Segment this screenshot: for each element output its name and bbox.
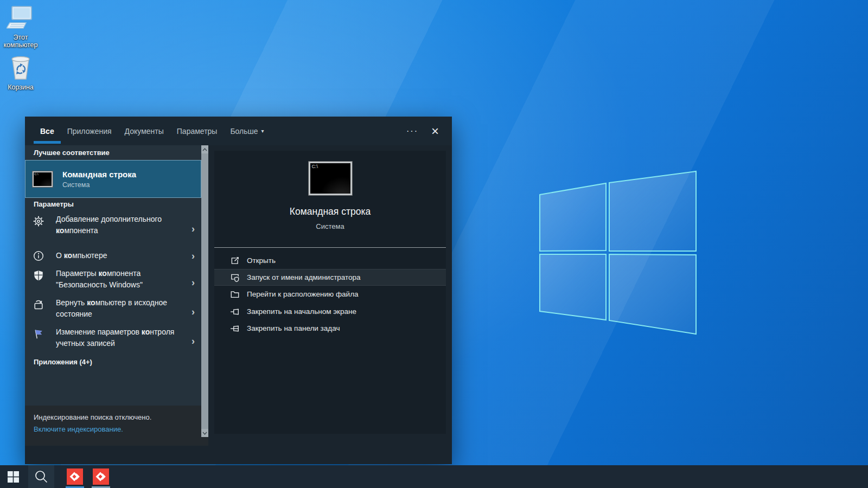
- ellipsis-icon: ···: [406, 126, 418, 136]
- enable-indexing-link[interactable]: Включите индексирование.: [34, 425, 208, 433]
- recycle-bin-icon: [9, 54, 33, 82]
- close-button[interactable]: ×: [431, 117, 439, 145]
- action-label: Закрепить на начальном экране: [247, 307, 356, 316]
- result-item-add-component[interactable]: Добавление дополнительного компонента ›: [25, 214, 201, 244]
- best-match-title: Командная строка: [62, 170, 136, 179]
- result-item-reset-pc[interactable]: Вернуть компьютер в исходное состояние ›: [25, 297, 201, 326]
- action-open[interactable]: Открыть: [214, 252, 446, 269]
- taskbar-search-button[interactable]: [28, 465, 54, 488]
- results-pane: Лучшее соответствие Командная строка Сис…: [25, 145, 208, 406]
- app-icon-red: [67, 468, 83, 485]
- chevron-right-icon: ›: [192, 277, 195, 288]
- options-menu-button[interactable]: ···: [406, 117, 418, 145]
- indexing-status-text: Индексирование поиска отключено.: [34, 413, 208, 421]
- desktop-icon-label: Этот компьютер: [1, 34, 40, 49]
- cmd-prompt-icon-large: [309, 162, 352, 195]
- result-item-label: О компьютере: [56, 250, 187, 261]
- action-label: Закрепить на панели задач: [247, 324, 340, 332]
- this-pc-icon: [7, 5, 35, 33]
- result-item-label: Добавление дополнительного компонента: [56, 214, 187, 236]
- close-icon: ×: [431, 124, 439, 139]
- indexing-footer: Индексирование поиска отключено. Включит…: [25, 406, 208, 446]
- start-button[interactable]: [0, 465, 26, 488]
- desktop-icon-recycle-bin[interactable]: Корзина: [1, 54, 40, 91]
- chevron-down-icon: ▾: [261, 128, 264, 134]
- pin-icon: [230, 307, 240, 317]
- info-icon: [33, 251, 44, 261]
- best-match-header: Лучшее соответствие: [34, 149, 110, 157]
- desktop-icon-label: Корзина: [1, 84, 40, 91]
- result-item-label: Изменение параметров контроля учетных за…: [56, 326, 187, 349]
- gear-icon: [33, 216, 44, 227]
- app-icon-red: [93, 468, 109, 485]
- pin-icon: [230, 324, 240, 333]
- desktop-root: { "colors": { "accent": "#0078d7", "tab_…: [0, 0, 868, 488]
- shield-icon: [33, 270, 44, 281]
- action-run-as-admin[interactable]: Запуск от имени администратора: [214, 269, 446, 286]
- preview-title: Командная строка: [214, 206, 446, 217]
- scroll-up-arrow[interactable]: [201, 145, 208, 153]
- cmd-prompt-icon: [33, 171, 53, 187]
- chevron-right-icon: ›: [192, 251, 195, 262]
- search-tabbar: Все Приложения Документы Параметры Больш…: [25, 117, 452, 145]
- taskbar-app-2[interactable]: [88, 465, 114, 488]
- best-match-subtitle: Система: [62, 181, 136, 189]
- run-as-admin-icon: [230, 273, 240, 282]
- results-scrollbar[interactable]: [201, 145, 208, 437]
- desktop-icon-this-pc[interactable]: Этот компьютер: [1, 5, 40, 49]
- open-icon: [230, 256, 240, 266]
- action-label: Перейти к расположению файла: [247, 290, 359, 298]
- action-pin-to-taskbar[interactable]: Закрепить на панели задач: [214, 320, 446, 337]
- scroll-down-arrow[interactable]: [201, 429, 208, 437]
- preview-subtitle: Система: [214, 222, 446, 230]
- tab-all[interactable]: Все: [34, 117, 61, 145]
- tab-apps[interactable]: Приложения: [61, 117, 118, 145]
- uac-flag-icon: [33, 329, 44, 339]
- taskbar: РУС 2:10 05.06.2025: [0, 465, 868, 488]
- chevron-right-icon: ›: [192, 223, 195, 235]
- action-label: Открыть: [247, 256, 276, 265]
- chevron-right-icon: ›: [192, 306, 195, 318]
- tab-documents[interactable]: Документы: [118, 117, 170, 145]
- settings-section-header: Параметры: [34, 200, 74, 208]
- reset-pc-icon: [33, 299, 44, 310]
- result-item-uac[interactable]: Изменение параметров контроля учетных за…: [25, 326, 201, 356]
- tab-settings[interactable]: Параметры: [170, 117, 224, 145]
- action-label: Запуск от имени администратора: [247, 273, 361, 281]
- windows-start-icon: [8, 471, 19, 483]
- result-item-label: Вернуть компьютер в исходное состояние: [56, 297, 187, 320]
- apps-section-header: Приложения (4+): [34, 358, 92, 366]
- tab-more[interactable]: Больше▾: [224, 117, 270, 145]
- action-pin-to-start[interactable]: Закрепить на начальном экране: [214, 303, 446, 320]
- taskbar-app-1[interactable]: [62, 465, 88, 488]
- search-icon: [34, 470, 48, 484]
- result-item-windows-security[interactable]: Параметры компонента "Безопасность Windo…: [25, 268, 201, 297]
- folder-icon: [230, 290, 240, 299]
- search-flyout: Все Приложения Документы Параметры Больш…: [25, 117, 452, 464]
- chevron-right-icon: ›: [192, 336, 195, 347]
- divider: [214, 247, 446, 248]
- result-item-label: Параметры компонента "Безопасность Windo…: [56, 268, 187, 291]
- best-match-item[interactable]: Командная строка Система: [25, 160, 201, 198]
- search-body: Лучшее соответствие Командная строка Сис…: [25, 145, 452, 446]
- action-open-file-location[interactable]: Перейти к расположению файла: [214, 286, 446, 303]
- result-item-about-pc[interactable]: О компьютере ›: [25, 247, 201, 265]
- windows-logo: [532, 164, 705, 343]
- preview-pane: Командная строка Система Открыть Запуск …: [214, 151, 446, 434]
